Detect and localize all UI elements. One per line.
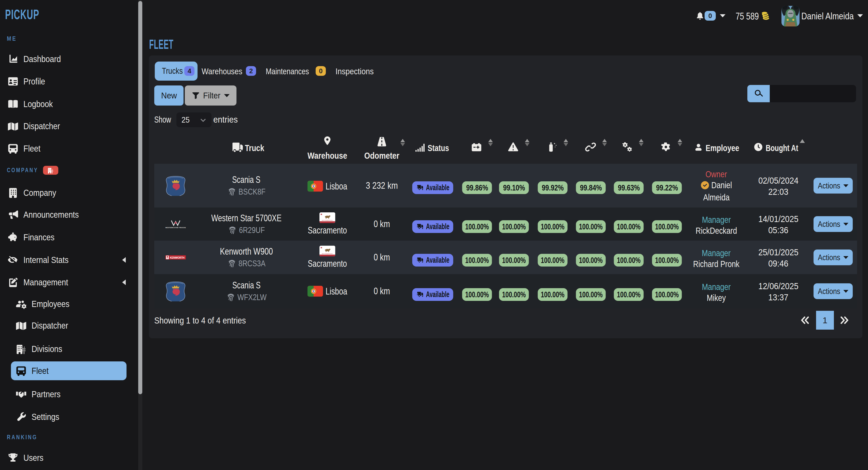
svg-text:CALIFORNIA REPUBLIC: CALIFORNIA REPUBLIC — [322, 220, 333, 221]
svg-text:CALIFORNIA REPUBLIC: CALIFORNIA REPUBLIC — [322, 253, 333, 254]
svg-text:WESTERN STAR TRUCKS: WESTERN STAR TRUCKS — [165, 227, 186, 228]
svg-text:KENWORTH: KENWORTH — [170, 256, 184, 259]
